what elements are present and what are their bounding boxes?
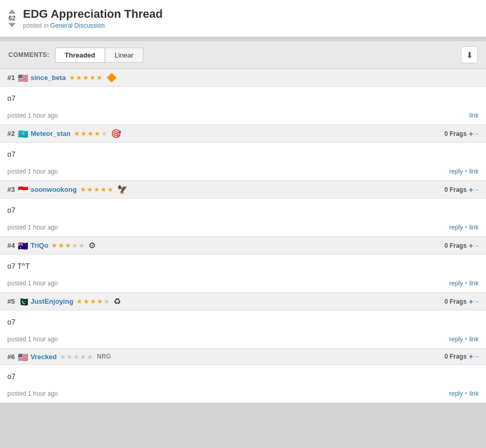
star-icon: ★ <box>87 353 94 361</box>
link-link[interactable]: link <box>469 168 479 175</box>
comment-text: o7 <box>7 206 479 214</box>
category-link[interactable]: General Discussion <box>50 22 105 29</box>
flag-icon: 🇦🇺 <box>18 242 27 249</box>
frags-area: 0 Frags + – <box>444 297 479 306</box>
comment-number: #6 <box>7 353 15 361</box>
flag-icon: 🇺🇸 <box>18 353 27 360</box>
comment-number: #4 <box>7 242 15 249</box>
comment-header-left: #5 🇵🇰 JustEnjoying ★★★★★ ♻ <box>7 296 121 306</box>
thread-title: EDG Appreciation Thread <box>23 7 163 21</box>
thread-info: EDG Appreciation Thread posted in Genera… <box>23 7 163 29</box>
star-icon: ★ <box>90 297 97 305</box>
comment-entry: #2 🇰🇿 Meteor_stan ★★★★★ 🎯 0 Frags + – o7… <box>0 125 486 181</box>
tab-linear[interactable]: Linear <box>105 48 143 63</box>
action-dot: • <box>465 390 467 397</box>
comment-footer: posted 1 hour ago reply • link <box>0 222 486 236</box>
username-link[interactable]: since_beta <box>30 74 65 82</box>
username-link[interactable]: Meteor_stan <box>30 130 71 137</box>
posted-time: posted 1 hour ago <box>7 336 58 343</box>
star-icon: ★ <box>107 186 114 193</box>
comment-text: o7 <box>7 150 479 158</box>
comment-entry: #1 🇺🇸 since_beta ★★★★★ 🔶 o7 posted 1 hou… <box>0 69 486 125</box>
flair-icon: ⚙ <box>88 240 96 250</box>
comment-text: o7 T^T <box>7 262 479 270</box>
comment-actions: reply • link <box>449 390 479 397</box>
flag-icon: 🇮🇩 <box>18 186 27 193</box>
frag-plus-btn[interactable]: + <box>469 297 473 306</box>
frag-separator: – <box>475 186 479 193</box>
link-link[interactable]: link <box>469 224 479 231</box>
comments-bar: COMMENTS: Threaded Linear ⬇ <box>0 41 486 69</box>
frag-count: 0 Frags <box>444 186 467 193</box>
star-icon: ★ <box>83 297 90 305</box>
vote-up-arrow[interactable] <box>8 9 16 14</box>
flag-icon: 🇰🇿 <box>18 130 27 137</box>
star-icon: ★ <box>74 130 81 137</box>
comment-footer: posted 1 hour ago reply • link <box>0 278 486 292</box>
action-dot: • <box>465 280 467 287</box>
comment-number: #5 <box>7 297 15 305</box>
sort-button[interactable]: ⬇ <box>461 47 478 63</box>
reply-link[interactable]: reply <box>449 224 463 231</box>
action-dot: • <box>465 336 467 343</box>
comment-header: #4 🇦🇺 TriQo ★★★★★ ⚙ 0 Frags + – <box>0 237 486 255</box>
comment-number: #3 <box>7 186 15 193</box>
comment-body: o7 T^T <box>0 255 486 278</box>
posted-time: posted 1 hour ago <box>7 168 58 175</box>
comment-header-left: #2 🇰🇿 Meteor_stan ★★★★★ 🎯 <box>7 129 121 139</box>
reply-link[interactable]: reply <box>449 336 463 343</box>
vote-count: 62 <box>8 15 15 22</box>
comment-header-left: #4 🇦🇺 TriQo ★★★★★ ⚙ <box>7 240 96 250</box>
star-icon: ★ <box>65 242 72 249</box>
star-icon: ★ <box>76 297 83 305</box>
username-link[interactable]: Vrecked <box>30 353 56 361</box>
comment-number: #2 <box>7 130 15 137</box>
star-icon: ★ <box>80 353 87 361</box>
star-icon: ★ <box>60 353 66 361</box>
reply-link[interactable]: reply <box>449 390 463 397</box>
flair-icon: 🦅 <box>117 185 128 194</box>
star-icon: ★ <box>80 186 87 193</box>
flair-icon: NRG <box>97 353 111 360</box>
tab-threaded[interactable]: Threaded <box>55 48 106 63</box>
comment-entry: #6 🇺🇸 Vrecked ★★★★★ NRG 0 Frags + – o7 p… <box>0 349 486 403</box>
stars-row: ★★★★★ <box>60 353 94 361</box>
frag-plus-btn[interactable]: + <box>469 242 473 250</box>
stars-row: ★★★★★ <box>51 242 85 249</box>
username-link[interactable]: JustEnjoying <box>30 297 73 305</box>
comment-header-left: #6 🇺🇸 Vrecked ★★★★★ NRG <box>7 353 111 361</box>
comments-label: COMMENTS: <box>8 51 50 59</box>
reply-link[interactable]: reply <box>449 280 463 287</box>
comment-header-left: #1 🇺🇸 since_beta ★★★★★ 🔶 <box>7 73 117 83</box>
link-link[interactable]: link <box>469 390 479 397</box>
reply-link[interactable]: reply <box>449 168 463 175</box>
star-icon: ★ <box>78 242 85 249</box>
frag-count: 0 Frags <box>444 353 467 360</box>
star-icon: ★ <box>87 186 94 193</box>
comment-body: o7 <box>0 365 486 388</box>
link-link[interactable]: link <box>469 336 479 343</box>
link-link[interactable]: link <box>469 280 479 287</box>
star-icon: ★ <box>94 186 100 193</box>
comment-footer: posted 1 hour ago reply • link <box>0 334 486 348</box>
frag-plus-btn[interactable]: + <box>469 130 473 138</box>
comments-label-area: COMMENTS: Threaded Linear <box>8 48 143 63</box>
comment-footer: posted 1 hour ago reply • link <box>0 166 486 180</box>
tab-group: Threaded Linear <box>55 48 144 63</box>
comment-number: #1 <box>7 74 15 82</box>
frags-area: 0 Frags + – <box>444 130 479 138</box>
frag-plus-btn[interactable]: + <box>469 352 473 361</box>
comment-header: #5 🇵🇰 JustEnjoying ★★★★★ ♻ 0 Frags + – <box>0 293 486 311</box>
posted-time: posted 1 hour ago <box>7 224 58 231</box>
vote-down-arrow[interactable] <box>8 23 16 27</box>
frag-plus-btn[interactable]: + <box>469 186 473 194</box>
comment-entry: #4 🇦🇺 TriQo ★★★★★ ⚙ 0 Frags + – o7 T^T p… <box>0 237 486 293</box>
username-link[interactable]: TriQo <box>30 242 48 249</box>
star-icon: ★ <box>58 242 65 249</box>
star-icon: ★ <box>104 297 110 305</box>
posted-time: posted 1 hour ago <box>7 390 58 397</box>
link-link[interactable]: link <box>469 112 479 119</box>
frags-area: 0 Frags + – <box>444 242 479 250</box>
comment-actions: reply • link <box>449 336 479 343</box>
username-link[interactable]: soonwookong <box>30 186 76 193</box>
